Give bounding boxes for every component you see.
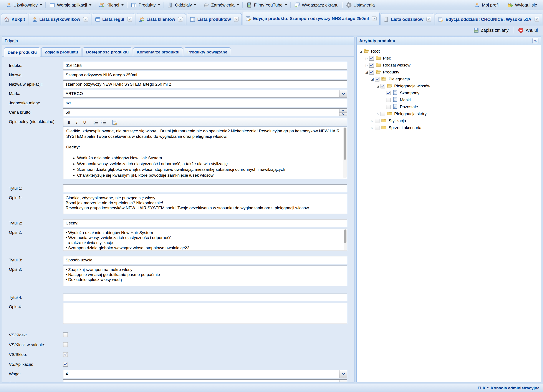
tree-checkbox[interactable] bbox=[380, 84, 385, 88]
menu-item-filmy-youtube[interactable]: Filmy YouTube bbox=[243, 1, 290, 9]
tree-node-sprzet-i-akcesoria[interactable]: ▷ Sprzęt i akcesoria bbox=[358, 124, 539, 131]
tree-node-plec[interactable]: ▷ Płeć bbox=[358, 55, 539, 62]
menu-item-wersje-aplikacji[interactable]: Wersje aplikacji bbox=[46, 1, 94, 9]
tree-checkbox[interactable] bbox=[369, 63, 374, 68]
close-icon[interactable]: × bbox=[372, 16, 377, 21]
jednostka-miary-input[interactable] bbox=[63, 99, 347, 107]
close-icon[interactable]: × bbox=[234, 17, 239, 22]
tree-checkbox[interactable] bbox=[375, 77, 379, 81]
expander-icon[interactable]: ◢ bbox=[375, 84, 380, 88]
tytul3-input[interactable] bbox=[63, 256, 347, 264]
tab-komentarze-produktu[interactable]: Komentarze produktu bbox=[133, 47, 183, 57]
expander-icon[interactable]: ▷ bbox=[375, 112, 380, 116]
tab-dane-produktu[interactable]: Dane produktu bbox=[4, 47, 40, 57]
tree-node-stylizacja[interactable]: ▷ Stylizacja bbox=[358, 117, 539, 124]
cena-brutto-input[interactable] bbox=[63, 108, 347, 116]
tab-kokpit[interactable]: Kokpit bbox=[1, 13, 28, 25]
expander-icon[interactable]: ◢ bbox=[370, 77, 375, 81]
spinner-down-button[interactable] bbox=[339, 112, 347, 116]
menu-item-klienci[interactable]: Klienci bbox=[96, 1, 126, 9]
expander-icon[interactable]: ▷ bbox=[370, 119, 375, 123]
tree-node-produkty[interactable]: ◢ Produkty bbox=[358, 69, 539, 76]
tab-dostepnosc-produktu[interactable]: Dostępność produktu bbox=[83, 47, 132, 57]
logout-button[interactable]: Wyloguj się bbox=[504, 1, 540, 9]
vs-sklep-checkbox[interactable] bbox=[63, 352, 68, 357]
italic-button[interactable]: I bbox=[73, 119, 80, 125]
opis1-textarea[interactable]: Gładkie, zdyscyplinowane, nie puszące si… bbox=[63, 194, 347, 214]
vs-kiosk-w-salonie-checkbox[interactable] bbox=[63, 342, 68, 347]
tytul1-input[interactable] bbox=[63, 184, 347, 192]
close-icon[interactable]: × bbox=[83, 17, 88, 22]
tytul2-input[interactable] bbox=[63, 219, 347, 227]
tytul4-input[interactable] bbox=[63, 294, 347, 301]
vs-kiosk-checkbox[interactable] bbox=[63, 332, 68, 337]
nazwa-w-aplikacji-input[interactable] bbox=[63, 80, 347, 88]
editor-content[interactable]: Gładkie, zdyscyplinowane, nie puszące si… bbox=[63, 127, 347, 179]
my-profile-button[interactable]: Mój profil bbox=[472, 1, 502, 9]
underline-button[interactable]: U bbox=[81, 119, 88, 125]
tree-node-root[interactable]: ◢ Root bbox=[358, 48, 539, 55]
menu-item-zamowienia[interactable]: Zamówienia bbox=[201, 1, 242, 9]
close-icon[interactable]: × bbox=[127, 17, 132, 22]
status-combo[interactable] bbox=[63, 379, 347, 382]
tree-checkbox[interactable] bbox=[375, 125, 379, 130]
editor-scrollbar[interactable] bbox=[343, 127, 347, 178]
menu-item-ustawienia[interactable]: Ustawienia bbox=[343, 1, 378, 9]
menu-item-wygaszacz-ekranu[interactable]: Wygaszacz ekranu bbox=[291, 1, 341, 9]
nazwa-input[interactable] bbox=[63, 71, 347, 79]
tree-node-pielegnacja-skory[interactable]: ▷ Pielęgnacja skóry bbox=[358, 110, 539, 117]
textarea-scrollbar[interactable] bbox=[344, 229, 347, 250]
tab-lista-klientow[interactable]: Lista klientów × bbox=[136, 13, 186, 25]
expander-icon[interactable]: ◢ bbox=[364, 70, 369, 74]
expander-icon[interactable]: ◢ bbox=[358, 49, 364, 53]
tree-node-pozostale[interactable]: Pozostałe bbox=[358, 103, 539, 110]
expander-icon[interactable]: ▷ bbox=[364, 57, 369, 60]
tree-node-szampony[interactable]: Szampony bbox=[358, 90, 539, 97]
combo-trigger-button[interactable] bbox=[339, 90, 347, 97]
waga-combo[interactable] bbox=[63, 370, 347, 378]
tree-node-rodzaj-wlosow[interactable]: ▷ Rodzaj włosów bbox=[358, 62, 539, 69]
tree-checkbox[interactable] bbox=[386, 105, 391, 109]
collapse-panel-button[interactable]: » bbox=[532, 38, 538, 44]
menu-item-produkty[interactable]: Produkty bbox=[128, 1, 163, 9]
cancel-button[interactable]: Anuluj bbox=[516, 27, 539, 34]
tab-produkty-powiazane[interactable]: Produkty powiązane bbox=[184, 47, 231, 57]
source-edit-button[interactable] bbox=[111, 119, 118, 125]
spinner-up-button[interactable] bbox=[339, 109, 347, 112]
opis3-textarea[interactable]: • Zaaplikuj szampon na mokre włosy • Nas… bbox=[63, 266, 347, 286]
ordered-list-button[interactable]: 123 bbox=[92, 119, 99, 125]
close-icon[interactable]: × bbox=[426, 17, 431, 22]
marka-combo[interactable] bbox=[63, 90, 347, 97]
unordered-list-button[interactable] bbox=[100, 119, 107, 125]
tree-node-pielegnacja-wlosow[interactable]: ◢ Pielęgnacja włosów bbox=[358, 83, 539, 90]
scrollbar-thumb[interactable] bbox=[344, 229, 346, 243]
expander-icon[interactable]: ▷ bbox=[364, 64, 369, 67]
menu-item-uzytkownicy[interactable]: Użytkownicy bbox=[3, 1, 45, 9]
tree-node-maski[interactable]: Maski bbox=[358, 97, 539, 103]
bold-button[interactable]: B bbox=[65, 119, 73, 125]
tree-checkbox[interactable] bbox=[369, 70, 374, 74]
indeks-input[interactable] bbox=[63, 62, 347, 69]
vs-aplikacja-checkbox[interactable] bbox=[63, 362, 68, 367]
tab-edycja-produktu[interactable]: Edycja produktu: Szampon odżywczy NHS ar… bbox=[243, 12, 380, 25]
tree-checkbox[interactable] bbox=[369, 56, 374, 61]
comb o-trigger-button[interactable] bbox=[339, 370, 347, 378]
opis4-textarea[interactable] bbox=[63, 303, 347, 324]
tree-checkbox[interactable] bbox=[386, 91, 391, 95]
expander-icon[interactable]: ▷ bbox=[370, 126, 375, 130]
save-button[interactable]: Zapisz zmiany bbox=[472, 27, 510, 34]
tree-node-pielegnacja[interactable]: ◢ Pielegnacja bbox=[358, 76, 539, 83]
close-icon[interactable]: × bbox=[535, 17, 539, 22]
tree-checkbox[interactable] bbox=[380, 112, 385, 116]
menu-item-oddzialy[interactable]: Oddziały bbox=[165, 1, 199, 9]
tree-checkbox[interactable] bbox=[375, 119, 379, 123]
tab-lista-oddzialow[interactable]: Lista oddziałów × bbox=[380, 13, 434, 25]
combo-trigger-button[interactable] bbox=[339, 380, 347, 382]
tab-edycja-oddzialu[interactable]: Edycja oddziału: CHOJNICE, Wysoka 51A × bbox=[435, 13, 542, 25]
close-icon[interactable]: × bbox=[178, 17, 183, 22]
tab-lista-produktow[interactable]: Lista produktów × bbox=[187, 13, 242, 25]
tab-lista-regul[interactable]: Lista reguł × bbox=[92, 13, 135, 25]
tab-lista-uzytkownikow[interactable]: Lista użytkowników × bbox=[29, 13, 91, 25]
scrollbar-thumb[interactable] bbox=[344, 128, 346, 160]
tab-zdjecia-produktu[interactable]: Zdjęcia produktu bbox=[41, 47, 81, 57]
